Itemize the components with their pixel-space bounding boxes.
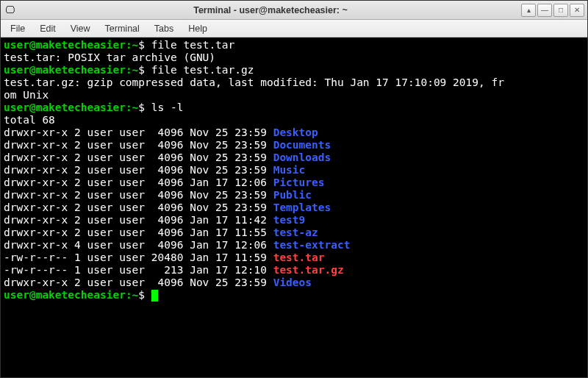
menu-view[interactable]: View xyxy=(65,22,96,35)
menu-terminal[interactable]: Terminal xyxy=(100,22,145,35)
ls-perms: drwxr-xr-x 2 user user 4096 Nov 25 23:59 xyxy=(4,202,273,213)
terminal-line: test.tar.gz: gzip compressed data, last … xyxy=(4,76,584,89)
menu-file[interactable]: File xyxy=(5,22,30,35)
terminal-line: user@maketecheasier:~$ ls -l xyxy=(4,101,584,114)
ls-row: drwxr-xr-x 2 user user 4096 Nov 25 23:59… xyxy=(4,189,584,202)
prompt-user: user@maketecheasier xyxy=(4,289,126,301)
ls-name: Documents xyxy=(273,139,331,151)
prompt-user: user@maketecheasier xyxy=(4,64,126,76)
cursor xyxy=(151,290,158,302)
terminal-line: user@maketecheasier:~$ file test.tar xyxy=(4,39,584,51)
prompt-colon: : xyxy=(126,39,132,51)
ls-row: drwxr-xr-x 2 user user 4096 Nov 25 23:59… xyxy=(4,139,584,151)
terminal-line: user@maketecheasier:~$ file test.tar.gz xyxy=(4,64,584,76)
command: ls -l xyxy=(151,101,184,113)
terminal-output[interactable]: user@maketecheasier:~$ file test.tartest… xyxy=(1,38,587,377)
terminal-line: user@maketecheasier:~$ xyxy=(4,289,584,302)
ls-name: test-az xyxy=(273,227,318,238)
terminal-icon: 🖵 xyxy=(4,4,15,16)
ls-perms: -rw-r--r-- 1 user user 213 Jan 17 12:10 xyxy=(4,264,273,276)
ls-perms: drwxr-xr-x 4 user user 4096 Jan 17 12:06 xyxy=(4,239,273,251)
ls-name: test9 xyxy=(273,214,306,226)
ls-name: Music xyxy=(273,164,306,176)
ls-name: test-extract xyxy=(273,239,351,251)
ls-perms: drwxr-xr-x 2 user user 4096 Nov 25 23:59 xyxy=(4,164,273,176)
menu-tabs[interactable]: Tabs xyxy=(149,22,179,35)
window-controls: ▴ — □ ✕ xyxy=(521,4,584,17)
ls-row: drwxr-xr-x 2 user user 4096 Nov 25 23:59… xyxy=(4,164,584,176)
ls-name: Public xyxy=(273,189,312,201)
menubar: File Edit View Terminal Tabs Help xyxy=(1,20,587,38)
ls-row: drwxr-xr-x 2 user user 4096 Nov 25 23:59… xyxy=(4,277,584,289)
prompt-user: user@maketecheasier xyxy=(4,39,126,51)
ls-perms: drwxr-xr-x 2 user user 4096 Nov 25 23:59 xyxy=(4,189,273,201)
titlebar: 🖵 Terminal - user@maketecheasier: ~ ▴ — … xyxy=(1,1,587,20)
ls-perms: drwxr-xr-x 2 user user 4096 Jan 17 11:55 xyxy=(4,227,273,238)
ls-name: Templates xyxy=(273,202,331,213)
ls-row: -rw-r--r-- 1 user user 213 Jan 17 12:10 … xyxy=(4,264,584,277)
ls-name: Videos xyxy=(273,277,312,288)
window-up-button[interactable]: ▴ xyxy=(521,4,536,17)
terminal-line: om Unix xyxy=(4,89,584,101)
prompt-colon: : xyxy=(126,64,132,76)
prompt-symbol: $ xyxy=(138,101,151,113)
ls-row: drwxr-xr-x 2 user user 4096 Jan 17 12:06… xyxy=(4,176,584,189)
prompt-symbol: $ xyxy=(138,64,151,76)
minimize-button[interactable]: — xyxy=(537,4,552,17)
ls-perms: drwxr-xr-x 2 user user 4096 Nov 25 23:59 xyxy=(4,139,273,151)
ls-row: drwxr-xr-x 2 user user 4096 Jan 17 11:42… xyxy=(4,214,584,227)
prompt-symbol: $ xyxy=(138,289,151,301)
prompt-colon: : xyxy=(126,101,132,113)
ls-perms: drwxr-xr-x 2 user user 4096 Nov 25 23:59 xyxy=(4,151,273,163)
command: file test.tar.gz xyxy=(151,64,254,76)
ls-name: Pictures xyxy=(273,176,325,188)
ls-row: drwxr-xr-x 2 user user 4096 Nov 25 23:59… xyxy=(4,126,584,139)
close-button[interactable]: ✕ xyxy=(570,4,584,17)
terminal-line: test.tar: POSIX tar archive (GNU) xyxy=(4,51,584,64)
ls-row: drwxr-xr-x 2 user user 4096 Jan 17 11:55… xyxy=(4,227,584,239)
ls-name: Desktop xyxy=(273,126,318,138)
prompt-symbol: $ xyxy=(138,39,151,51)
ls-perms: drwxr-xr-x 2 user user 4096 Nov 25 23:59 xyxy=(4,277,273,288)
ls-row: drwxr-xr-x 2 user user 4096 Nov 25 23:59… xyxy=(4,151,584,164)
command: file test.tar xyxy=(151,39,235,51)
ls-perms: drwxr-xr-x 2 user user 4096 Jan 17 11:42 xyxy=(4,214,273,226)
ls-perms: drwxr-xr-x 2 user user 4096 Jan 17 12:06 xyxy=(4,176,273,188)
ls-name: test.tar xyxy=(273,252,325,263)
ls-perms: drwxr-xr-x 2 user user 4096 Nov 25 23:59 xyxy=(4,126,273,138)
ls-name: test.tar.gz xyxy=(273,264,344,276)
maximize-button[interactable]: □ xyxy=(553,4,568,17)
prompt-colon: : xyxy=(126,289,132,301)
window-title: Terminal - user@maketecheasier: ~ xyxy=(20,5,521,15)
prompt-user: user@maketecheasier xyxy=(4,101,126,113)
menu-edit[interactable]: Edit xyxy=(35,22,61,35)
ls-row: -rw-r--r-- 1 user user 20480 Jan 17 11:5… xyxy=(4,252,584,264)
ls-row: drwxr-xr-x 2 user user 4096 Nov 25 23:59… xyxy=(4,202,584,214)
terminal-line: total 68 xyxy=(4,114,584,126)
menu-help[interactable]: Help xyxy=(183,22,212,35)
ls-perms: -rw-r--r-- 1 user user 20480 Jan 17 11:5… xyxy=(4,252,273,263)
ls-name: Downloads xyxy=(273,151,331,163)
ls-row: drwxr-xr-x 4 user user 4096 Jan 17 12:06… xyxy=(4,239,584,252)
